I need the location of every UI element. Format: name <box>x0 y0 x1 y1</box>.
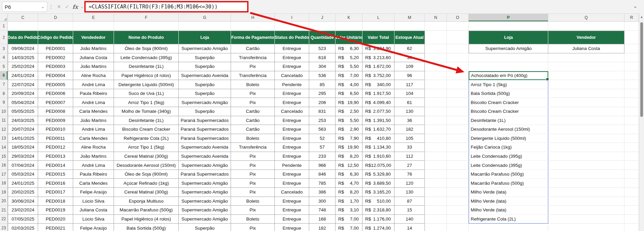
cell-D19[interactable]: PED0017 <box>38 188 73 197</box>
cell-P9[interactable]: Biscoito Cream Cracker <box>469 98 548 107</box>
cell-G16[interactable]: Supermercado Amigão <box>179 161 231 170</box>
cell-M21[interactable]: 15 <box>394 206 425 215</box>
cell-D11[interactable]: PED0009 <box>38 116 73 125</box>
cell-C4[interactable]: 14/03/2025 <box>8 53 38 62</box>
cell-C22[interactable]: 07/05/2025 <box>8 215 38 224</box>
cell-H10[interactable]: Cartão <box>231 107 275 116</box>
cell-O9[interactable] <box>447 98 469 107</box>
cell-G18[interactable]: Supermercado Amigão <box>179 179 231 188</box>
cell-I17[interactable]: Entregue <box>275 170 309 179</box>
enter-icon[interactable]: ✓ <box>63 4 71 10</box>
cell-D13[interactable]: PED0011 <box>38 134 73 143</box>
cell-L13[interactable]: R$410,80 <box>362 134 394 143</box>
cell-L1[interactable] <box>362 22 394 31</box>
cell-R18[interactable] <box>624 179 639 188</box>
cell-Q18[interactable] <box>548 179 624 188</box>
cell-L12[interactable]: R$1.632,70 <box>362 125 394 134</box>
cell-R13[interactable] <box>624 134 639 143</box>
cell-Q7[interactable] <box>548 80 624 89</box>
chevron-down-icon[interactable]: ⌄ <box>79 5 85 9</box>
cell-Q21[interactable] <box>548 206 624 215</box>
column-header-F[interactable]: F <box>114 14 179 21</box>
cell-E18[interactable]: Carla Mendes <box>73 179 114 188</box>
cell-Q5[interactable] <box>548 62 624 71</box>
cell-L23[interactable]: R$1.274,00 <box>362 224 394 231</box>
cell-I5[interactable]: Entregue <box>275 62 309 71</box>
cell-J17[interactable]: 846 <box>309 170 335 179</box>
cell-H7[interactable]: Boleto <box>231 80 275 89</box>
cell-G17[interactable]: Paraná Supermercados <box>179 170 231 179</box>
cell-I19[interactable]: Cancelado <box>275 188 309 197</box>
cell-P15[interactable]: Leite Condensado (395g) <box>469 152 548 161</box>
column-header-P[interactable]: P <box>469 14 548 21</box>
cell-G1[interactable] <box>179 22 231 31</box>
cell-R10[interactable] <box>624 107 639 116</box>
cell-J16[interactable]: 966 <box>309 161 335 170</box>
cell-I22[interactable]: Entregue <box>275 215 309 224</box>
cell-C1[interactable] <box>8 22 38 31</box>
row-header-7[interactable]: 7 <box>0 80 8 89</box>
cell-J11[interactable]: 253 <box>309 116 335 125</box>
cell-D6[interactable]: PED0004 <box>38 71 73 80</box>
cell-N15[interactable] <box>425 152 447 161</box>
row-header-9[interactable]: 9 <box>0 98 8 107</box>
cell-M5[interactable]: 109 <box>394 62 425 71</box>
cell-M18[interactable]: 120 <box>394 179 425 188</box>
column-header-L[interactable]: L <box>362 14 394 21</box>
cell-I15[interactable]: Entregue <box>275 152 309 161</box>
cell-H13[interactable]: Boleto <box>231 134 275 143</box>
cell-I18[interactable]: Entregue <box>275 179 309 188</box>
cell-I4[interactable]: Entregue <box>275 53 309 62</box>
main-table-header-H[interactable]: Forma de Pagamento <box>231 31 275 44</box>
cell-H15[interactable]: Pix <box>231 152 275 161</box>
cell-E19[interactable]: Felipe Araújo <box>73 188 114 197</box>
cell-D4[interactable]: PED0002 <box>38 53 73 62</box>
cell-M4[interactable]: 30 <box>394 53 425 62</box>
cell-M10[interactable]: 130 <box>394 107 425 116</box>
cell-O5[interactable] <box>447 62 469 71</box>
cell-L20[interactable]: R$510,00 <box>362 197 394 206</box>
cell-O15[interactable] <box>447 152 469 161</box>
cell-L15[interactable]: R$1.910,60 <box>362 152 394 161</box>
row-header-18[interactable]: 18 <box>0 179 8 188</box>
cell-L7[interactable]: R$340,00 <box>362 80 394 89</box>
cell-N9[interactable] <box>425 98 447 107</box>
cell-E9[interactable]: André Lima <box>73 98 114 107</box>
cell-E11[interactable]: João Martins <box>73 116 114 125</box>
cell-I10[interactable]: Cancelado <box>275 107 309 116</box>
cell-G19[interactable]: Supermercado Amigão <box>179 188 231 197</box>
cell-K8[interactable]: R$6,50 <box>335 89 362 98</box>
cell-L18[interactable]: R$3.689,50 <box>362 179 394 188</box>
cell-M23[interactable]: 14 <box>394 224 425 231</box>
cell-E1[interactable] <box>73 22 114 31</box>
cell-L8[interactable]: R$1.917,50 <box>362 89 394 98</box>
cell-N5[interactable] <box>425 62 447 71</box>
cell-I23[interactable]: Entregue <box>275 224 309 231</box>
cell-H20[interactable]: Boleto <box>231 197 275 206</box>
cell-F21[interactable]: Macarrão Parafuso (500g) <box>114 206 179 215</box>
row-header-21[interactable]: 21 <box>0 206 8 215</box>
cell-I11[interactable]: Entregue <box>275 116 309 125</box>
cell-H14[interactable]: Transferência <box>231 143 275 152</box>
column-header-I[interactable]: I <box>275 14 309 21</box>
cell-J18[interactable]: 785 <box>309 179 335 188</box>
cell-M22[interactable]: 140 <box>394 215 425 224</box>
cell-K12[interactable]: R$2,90 <box>335 125 362 134</box>
cell-J12[interactable]: 563 <box>309 125 335 134</box>
cell-C17[interactable]: 05/03/2024 <box>8 170 38 179</box>
cell-O3[interactable] <box>447 44 469 53</box>
cell-E14[interactable]: Aline Rocha <box>73 143 114 152</box>
cell-N13[interactable] <box>425 134 447 143</box>
main-table-header-C[interactable]: Data do Pedido <box>8 31 38 44</box>
select-all-corner[interactable] <box>0 14 8 21</box>
main-table-header-I[interactable]: Status do Pedido <box>275 31 309 44</box>
cell-D22[interactable]: PED0020 <box>38 215 73 224</box>
cell-Q10[interactable] <box>548 107 624 116</box>
cell-L9[interactable]: R$4.099,40 <box>362 98 394 107</box>
cell-E10[interactable]: Carla Mendes <box>73 107 114 116</box>
cell-K21[interactable]: R$3,10 <box>335 206 362 215</box>
cell-E23[interactable]: Felipe Araújo <box>73 224 114 231</box>
cell-H9[interactable]: Pix <box>231 98 275 107</box>
cell-K3[interactable]: R$6,30 <box>335 44 362 53</box>
cell-G3[interactable]: Supermercado Amigão <box>179 44 231 53</box>
